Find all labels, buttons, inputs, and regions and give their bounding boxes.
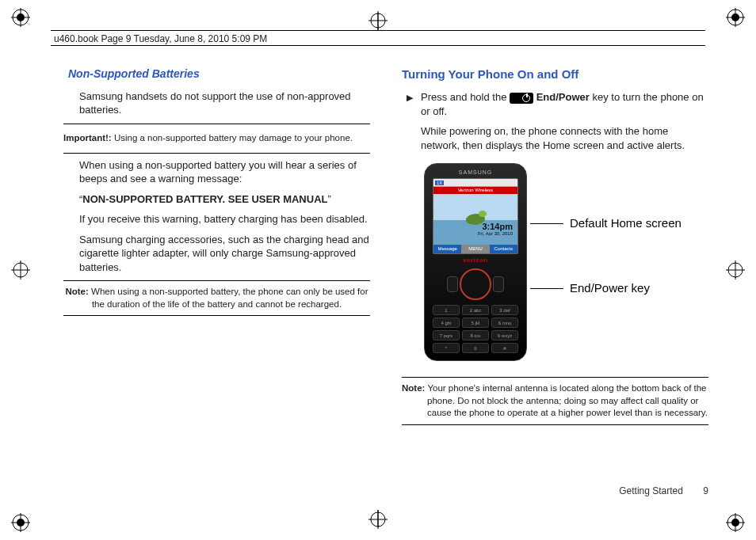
note-label: Note: — [402, 383, 425, 393]
divider — [402, 377, 708, 378]
note-label: Note: — [65, 287, 88, 296]
warning-text: NON-SUPPORTED BATTERY. SEE USER MANUAL — [82, 193, 327, 205]
step-body: Press and hold the End/Power key to turn… — [421, 90, 708, 152]
crop-mark-icon — [726, 513, 745, 532]
crop-bar-icon — [378, 13, 379, 30]
home-clock: 3:14pm Fri, Apr 30, 2010 — [478, 222, 513, 236]
divider — [63, 153, 370, 154]
body-text: Samsung charging accessories, such as th… — [63, 233, 370, 275]
step-text: While powering on, the phone connects wi… — [421, 125, 685, 151]
important-text: Using a non-supported battery may damage… — [112, 133, 353, 143]
crop-mark-icon — [11, 260, 30, 280]
phone-body: SAMSUNG 1X Verizon Wireless 3:14pm Fri, … — [424, 163, 527, 361]
left-softkey-button — [447, 276, 458, 292]
step-key-name: End/Power — [533, 91, 590, 103]
right-column: Turning Your Phone On and Off ▶ Press an… — [402, 67, 708, 492]
softkey-right: Contacts — [490, 245, 517, 253]
quote-close: ” — [327, 193, 330, 205]
left-column: Non-Supported Batteries Samsung handsets… — [63, 67, 370, 492]
phone-brand: SAMSUNG — [433, 169, 518, 176]
callout-label: Default Home screen — [570, 215, 682, 231]
crop-mark-icon — [726, 8, 745, 27]
body-text: “NON-SUPPORTED BATTERY. SEE USER MANUAL” — [63, 192, 370, 207]
important-note: Important!: Using a non-supported batter… — [63, 129, 370, 148]
print-header-text: u460.book Page 9 Tuesday, June 8, 2010 5… — [54, 33, 267, 44]
crop-mark-icon — [11, 513, 30, 532]
phone-illustration: SAMSUNG 1X Verizon Wireless 3:14pm Fri, … — [424, 163, 708, 369]
section-heading-non-supported: Non-Supported Batteries — [68, 67, 370, 82]
page-footer: Getting Started 9 — [619, 485, 708, 497]
softkey-left: Message — [433, 245, 461, 253]
divider — [63, 315, 370, 316]
divider — [63, 124, 370, 124]
footnote: Note: When using a non-supported battery… — [63, 286, 370, 310]
callout-home-screen: Default Home screen — [530, 215, 682, 231]
softkey-bar: Message MENU Contacts — [433, 245, 517, 253]
note-body: When using a non-supported battery, the … — [89, 287, 368, 309]
phone-screen: 1X Verizon Wireless 3:14pm Fri, Apr 30, … — [433, 178, 518, 254]
key: 0 — [462, 343, 489, 353]
key: 7 pqrs — [433, 330, 460, 340]
dpad-ring — [460, 268, 491, 300]
key: 6 mno — [491, 318, 518, 328]
end-power-key-icon — [510, 93, 533, 104]
crop-bar-icon — [378, 510, 379, 527]
body-text: Samsung handsets do not support the use … — [63, 89, 370, 117]
softkey-center: MENU — [461, 245, 489, 253]
key: 9 wxyz — [491, 330, 518, 340]
section-heading-turning-on: Turning Your Phone On and Off — [402, 67, 708, 82]
footer-section: Getting Started — [619, 485, 683, 496]
page-number: 9 — [703, 485, 708, 496]
nav-pad — [450, 267, 501, 302]
keypad: 1 2 abc 3 def 4 ghi 5 jkl 6 mno 7 pqrs 8… — [433, 305, 518, 353]
divider — [63, 280, 370, 281]
carrier-label: Verizon Wireless — [433, 187, 517, 194]
key: * — [433, 343, 460, 353]
callout-line-icon — [530, 223, 563, 224]
verizon-logo: verizon — [433, 257, 518, 265]
instruction-step: ▶ Press and hold the End/Power key to tu… — [402, 90, 708, 152]
crop-mark-icon — [726, 260, 745, 280]
key: 3 def — [491, 305, 518, 315]
page-content: Non-Supported Batteries Samsung handsets… — [63, 67, 708, 492]
clock-date: Fri, Apr 30, 2010 — [478, 231, 513, 236]
callout-label: End/Power key — [570, 280, 650, 296]
key: 1 — [433, 305, 460, 315]
step-text: Press and hold the — [421, 91, 510, 103]
key: 4 ghi — [433, 318, 460, 328]
divider — [402, 424, 708, 425]
key: # — [491, 343, 518, 353]
step-arrow-icon: ▶ — [407, 90, 413, 152]
key: 5 jkl — [462, 318, 489, 328]
right-softkey-button — [493, 276, 504, 292]
important-label: Important!: — [63, 133, 112, 143]
clock-time: 3:14pm — [478, 222, 513, 231]
wallpaper-frog-icon — [479, 211, 487, 217]
body-text: When using a non-supported battery you w… — [63, 158, 370, 186]
signal-indicator: 1X — [435, 181, 444, 185]
callout-end-power: End/Power key — [530, 280, 650, 296]
callout-line-icon — [530, 288, 563, 289]
footnote: Note: Your phone's internal antenna is l… — [402, 382, 708, 420]
body-text: If you receive this warning, battery cha… — [63, 212, 370, 226]
key: 2 abc — [462, 305, 489, 315]
print-header: u460.book Page 9 Tuesday, June 8, 2010 5… — [51, 30, 705, 46]
crop-mark-icon — [11, 8, 30, 27]
key: 8 tuv — [462, 330, 489, 340]
phone-status-bar: 1X — [433, 179, 517, 187]
note-body: Your phone's internal antenna is located… — [425, 383, 708, 417]
